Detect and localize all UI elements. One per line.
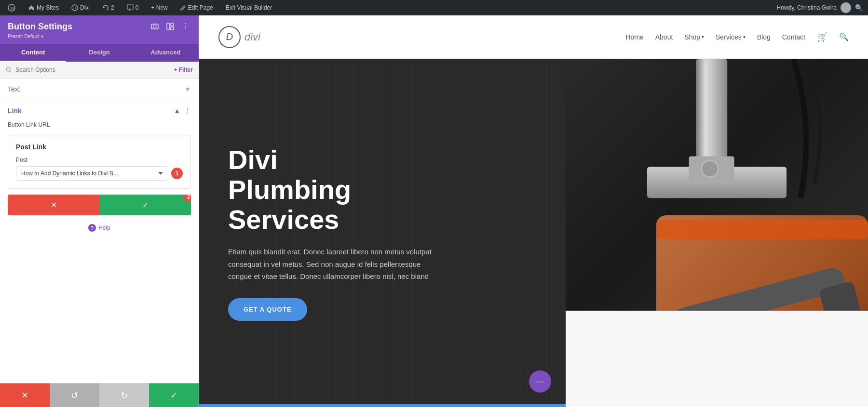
- svg-rect-6: [167, 23, 170, 30]
- exit-builder-button[interactable]: Exit Visual Builder: [223, 3, 275, 12]
- confirm-badge: 2: [183, 195, 191, 202]
- wp-logo-button[interactable]: W: [5, 3, 18, 13]
- fab-button[interactable]: ⋯: [529, 370, 551, 393]
- nav-services-label: Services: [716, 33, 742, 41]
- exit-builder-label: Exit Visual Builder: [226, 4, 272, 11]
- comments-count: 0: [136, 4, 139, 11]
- link-chevron-up-icon[interactable]: ▲: [174, 107, 180, 115]
- site-header: D divi Home About Shop ▾ Services ▾: [199, 15, 868, 59]
- my-sites-label: My Sites: [37, 4, 59, 11]
- user-avatar: [841, 2, 851, 13]
- action-buttons-row: ✕ ✓ 2: [8, 195, 191, 215]
- admin-search-icon[interactable]: 🔍: [855, 4, 863, 12]
- svg-line-10: [10, 71, 11, 72]
- edit-page-button[interactable]: Edit Page: [177, 3, 216, 12]
- new-label: + New: [151, 4, 167, 11]
- divi-button[interactable]: D Divi: [68, 3, 93, 12]
- site-logo: D divi: [218, 26, 260, 48]
- nav-services-chevron-icon: ▾: [743, 34, 746, 39]
- layout-icon[interactable]: [165, 21, 176, 32]
- svg-text:W: W: [10, 6, 14, 11]
- nav-services[interactable]: Services ▾: [716, 33, 746, 41]
- filter-button[interactable]: + Filter: [174, 66, 193, 73]
- nav-contact[interactable]: Contact: [782, 33, 805, 41]
- svg-rect-7: [171, 23, 174, 26]
- updates-count: 2: [111, 4, 114, 11]
- wordpress-icon: W: [8, 4, 15, 12]
- nav-search-icon[interactable]: 🔍: [839, 32, 849, 41]
- help-label: Help: [98, 224, 110, 231]
- help-row[interactable]: ? Help: [0, 221, 199, 235]
- search-icon: [6, 67, 12, 73]
- hero-section: Divi Plumbing Services Etiam quis blandi…: [199, 59, 566, 407]
- svg-rect-8: [171, 27, 174, 30]
- url-label: Button Link URL: [0, 119, 199, 132]
- bottom-undo-button[interactable]: ↺: [50, 383, 99, 407]
- bottom-save-icon: ✓: [170, 390, 177, 401]
- tab-design[interactable]: Design: [66, 44, 132, 62]
- nav-blog-label: Blog: [757, 33, 771, 41]
- preview-content: Divi Plumbing Services Etiam quis blandi…: [199, 59, 868, 407]
- white-section: [566, 311, 868, 407]
- updates-button[interactable]: 2: [99, 3, 117, 12]
- help-icon: ?: [88, 224, 96, 232]
- nav-shop[interactable]: Shop ▾: [684, 33, 704, 41]
- link-section-controls: ▲ ⋮: [174, 107, 191, 115]
- comments-icon: [127, 4, 134, 11]
- bottom-cancel-button[interactable]: ✕: [0, 383, 50, 407]
- nav-home[interactable]: Home: [625, 33, 643, 41]
- bottom-redo-icon: ↻: [121, 390, 128, 401]
- bottom-cancel-icon: ✕: [21, 390, 28, 401]
- post-select[interactable]: How to Add Dynamic Links to Divi B...: [16, 166, 167, 181]
- nav-shop-label: Shop: [684, 33, 700, 41]
- text-section-row[interactable]: Text ▼: [0, 79, 199, 100]
- nav-blog[interactable]: Blog: [757, 33, 771, 41]
- post-label: Post: [16, 157, 183, 163]
- post-link-title: Post Link: [16, 143, 183, 151]
- cancel-button[interactable]: ✕: [8, 195, 99, 215]
- search-options-row: + Filter: [0, 62, 199, 79]
- logo-letter: D: [226, 31, 233, 42]
- panel-tabs: Content Design Advanced: [0, 44, 199, 62]
- more-options-icon[interactable]: ⋮: [180, 21, 191, 32]
- panel-header: Button Settings ⋮ Preset: Default ▾: [0, 15, 199, 44]
- refresh-icon: [102, 4, 109, 11]
- link-section-title: Link: [8, 107, 22, 115]
- svg-text:D: D: [74, 6, 76, 10]
- preset-label: Preset: Default: [8, 34, 40, 39]
- link-section-header: Link ▲ ⋮: [0, 100, 199, 119]
- panel-content: Text ▼ Link ▲ ⋮ Button Link URL Post Lin…: [0, 79, 199, 383]
- panel-title-icons: ⋮: [149, 21, 191, 32]
- nav-about[interactable]: About: [655, 33, 673, 41]
- bottom-save-button[interactable]: ✓: [149, 383, 199, 407]
- plumbing-visual: [566, 59, 868, 407]
- post-select-row: How to Add Dynamic Links to Divi B... 1: [16, 166, 183, 181]
- admin-bar-right: Howdy, Christina Gwira 🔍: [777, 2, 863, 13]
- cart-icon[interactable]: 🛒: [817, 32, 827, 42]
- comments-button[interactable]: 0: [124, 3, 142, 12]
- cancel-icon: ✕: [51, 200, 57, 210]
- search-input[interactable]: [15, 66, 170, 73]
- panel-title-row: Button Settings ⋮: [8, 21, 191, 32]
- screenshot-icon[interactable]: [149, 21, 160, 32]
- tab-content[interactable]: Content: [0, 44, 66, 62]
- admin-bar: W My Sites D Divi 2 0 + New Edit Page: [0, 0, 868, 15]
- main-layout: Button Settings ⋮ Preset: Default ▾: [0, 15, 868, 407]
- confirm-button[interactable]: ✓ 2: [99, 195, 191, 215]
- logo-circle: D: [218, 26, 241, 48]
- new-button[interactable]: + New: [148, 3, 170, 12]
- my-sites-button[interactable]: My Sites: [25, 3, 62, 12]
- svg-rect-5: [153, 25, 156, 28]
- cta-button[interactable]: GET A QUOTE: [228, 298, 307, 321]
- panel-preset[interactable]: Preset: Default ▾: [8, 34, 191, 39]
- nav-home-label: Home: [625, 33, 643, 41]
- bottom-redo-button[interactable]: ↻: [99, 383, 149, 407]
- link-more-icon[interactable]: ⋮: [184, 107, 191, 115]
- edit-icon: [180, 5, 186, 11]
- svg-point-14: [702, 160, 719, 177]
- tab-advanced[interactable]: Advanced: [133, 44, 199, 62]
- text-section-label: Text: [8, 85, 20, 93]
- divi-label: Divi: [80, 4, 90, 11]
- user-greeting: Howdy, Christina Gwira: [777, 4, 837, 11]
- text-section-chevron-icon: ▼: [184, 85, 191, 93]
